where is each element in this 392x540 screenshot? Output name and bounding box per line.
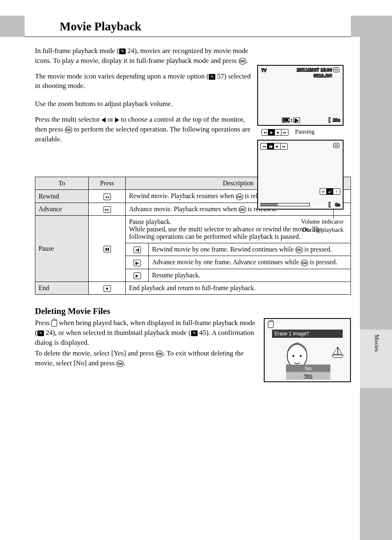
advance-icon: ▸▸ [104, 206, 111, 213]
intro-para-4: Press the multi selector or to choose a … [35, 115, 257, 144]
ok-button-icon: OK [236, 194, 243, 200]
row-end-desc: End playback and return to full-frame pl… [126, 282, 351, 295]
page-ref-icon: ✎ [37, 330, 44, 336]
sailboat-icon [330, 345, 345, 358]
row-pause-r3: Resume playback. [149, 269, 351, 282]
lcd-preview-top: TV 15/11/2007 15:30 IN 0010.AVI OK : ▶ [… [257, 65, 344, 126]
date-text: 15/11/2007 15:30 [297, 67, 332, 72]
row-advance-press: ▸▸ [89, 203, 126, 215]
row-end-press: ■ [89, 282, 126, 295]
memory-icon: IN [333, 143, 339, 148]
intro-para-1: In full-frame playback mode (✎ 24), movi… [35, 46, 257, 66]
stop-icon: ■ [104, 285, 111, 292]
left-arrow-icon [101, 118, 106, 122]
row-pause-r2: Advance movie by one frame. Advance cont… [149, 256, 351, 269]
row-end-to: End [35, 282, 89, 295]
volume-indicator-icon: W🔊T [320, 188, 340, 195]
page-margin [360, 16, 392, 540]
frame-advance-icon: ▮▸ [134, 260, 141, 266]
row-advance-to: Advance [35, 203, 89, 215]
bracket-icon: [ [329, 201, 330, 207]
bracket-icon: [ [329, 117, 330, 122]
side-tab-label: Movies [373, 335, 380, 352]
col-press: Press [89, 177, 126, 190]
playback-controls-icon: ◂◂▮▮■▸▸ [261, 143, 288, 150]
svg-point-2 [300, 355, 302, 357]
pausing-label: Pausing [295, 128, 315, 135]
row-pause-r1: Rewind movie by one frame. Rewind contin… [149, 243, 351, 256]
page-ref-icon: ✎ [209, 74, 215, 80]
duration-text: 20s [333, 118, 340, 122]
frame-rewind-icon: ◂▮ [134, 247, 141, 253]
row-pause-frame-rewind-icon: ◂▮ [126, 243, 149, 256]
pausing-strip: ◂◂▶■▸▸ Pausing [257, 128, 351, 138]
delete-para-2: To delete the movie, select [Yes] and pr… [35, 348, 257, 368]
ok-button-icon: OK [239, 58, 246, 65]
erase-title: Erase 1 image? [272, 330, 343, 338]
ok-button-icon: OK [116, 360, 124, 367]
delete-dialog-figure: Erase 1 image? No Yes [264, 318, 351, 382]
row-pause-press: ▮▮ [89, 216, 126, 282]
row-rewind-to: Rewind [35, 190, 89, 203]
ok-button-icon: OK [65, 127, 72, 133]
page-ref-icon: ✎ [191, 330, 198, 336]
row-pause-frame-advance-icon: ▮▸ [126, 256, 149, 269]
intro-para-2: The movie mode icon varies depending upo… [35, 72, 257, 91]
row-pause-to: Pause [35, 216, 89, 282]
callout-line [333, 209, 334, 219]
memory-icon: IN [333, 67, 339, 72]
filename-text: 0010.AVI [314, 73, 332, 78]
lcd-preview-bottom: ◂◂▮▮■▸▸ IN W🔊T [ 8s [257, 140, 344, 210]
trash-icon [268, 321, 274, 328]
rewind-icon: ◂◂ [104, 194, 111, 200]
ok-button-icon: OK [156, 351, 163, 357]
ok-play-hint: OK : ▶ [282, 118, 300, 122]
pausing-controls-icon: ◂◂▶■▸▸ [261, 129, 288, 136]
ok-button-icon: OK [239, 206, 246, 213]
page-ref-icon: ✎ [119, 48, 126, 54]
right-arrow-icon [115, 118, 119, 122]
delete-heading: Deleting Movie Files [35, 306, 351, 316]
row-pause-resume-icon: ▶ [126, 269, 149, 282]
mode-icon: TV [261, 68, 267, 73]
pause-icon: ▮▮ [104, 246, 111, 252]
dialog-no: No [286, 365, 330, 372]
delete-para-1: Press when being played back, when displ… [35, 318, 257, 347]
svg-point-1 [293, 355, 294, 357]
trash-icon [51, 320, 57, 327]
row-rewind-press: ◂◂ [89, 190, 126, 203]
caption-volume: Volume indicator [257, 218, 351, 226]
intro-para-3: Use the zoom buttons to adjust playback … [35, 99, 257, 109]
remaining-text: 8s [335, 202, 340, 207]
col-to: To [35, 177, 89, 190]
dialog-yes: Yes [286, 372, 330, 380]
ok-button-icon: OK [301, 260, 308, 266]
page-title: Movie Playback [25, 16, 351, 37]
progress-bar [261, 203, 310, 206]
section-header: Movie Playback [0, 16, 392, 37]
play-icon: ▶ [134, 272, 141, 279]
ok-button-icon: OK [295, 247, 303, 253]
caption-during: During playback [257, 226, 351, 234]
